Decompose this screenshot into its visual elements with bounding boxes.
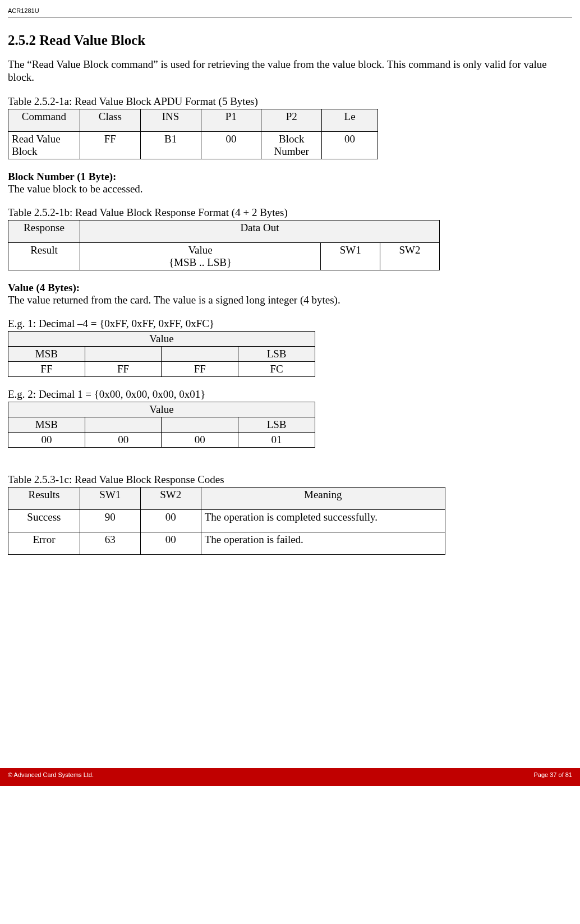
block-number-label: Block Number (1 Byte): (8, 171, 572, 183)
example1-caption: E.g. 1: Decimal –4 = {0xFF, 0xFF, 0xFF, … (8, 318, 572, 330)
header-product: ACR1281U (8, 7, 39, 14)
value-line1: Value (84, 244, 317, 256)
section-number: 2.5.2 (8, 33, 36, 48)
section-title: 2.5.2 Read Value Block (8, 33, 572, 48)
table2-caption: Table 2.5.2-1b: Read Value Block Respons… (8, 206, 572, 219)
table-cell: LSB (238, 417, 315, 432)
table-header-cell: Value (8, 331, 315, 346)
table-header-cell: Class (80, 109, 140, 131)
table-row: Command Class INS P1 P2 Le (8, 109, 378, 131)
table1-caption: Table 2.5.2-1a: Read Value Block APDU Fo… (8, 95, 572, 108)
table-header-cell: Meaning (201, 487, 445, 509)
table-cell: Read Value Block (8, 131, 80, 159)
example2-caption: E.g. 2: Decimal 1 = {0x00, 0x00, 0x00, 0… (8, 388, 572, 401)
table-cell: B1 (140, 131, 201, 159)
table-row: 00 00 00 01 (8, 432, 315, 447)
table-cell (162, 346, 238, 361)
table-row: Result Value {MSB .. LSB} SW1 SW2 (8, 242, 440, 270)
intro-paragraph: The “Read Value Block command” is used f… (8, 58, 572, 84)
document-footer: © Advanced Card Systems Ltd. Page 37 of … (0, 768, 580, 786)
table-cell: 00 (8, 432, 85, 447)
block-number-section: Block Number (1 Byte): The value block t… (8, 171, 572, 195)
table-header-cell: SW1 (80, 487, 140, 509)
table-cell: 00 (140, 532, 201, 554)
example1-table: Value MSB LSB FF FF FF FC (8, 331, 315, 377)
table-cell: FF (162, 361, 238, 376)
block-number-desc: The value block to be accessed. (8, 183, 572, 195)
table-cell (85, 417, 162, 432)
example2-table: Value MSB LSB 00 00 00 01 (8, 402, 315, 448)
table-cell: FC (238, 361, 315, 376)
table-cell: 00 (322, 131, 378, 159)
table-cell: Block Number (261, 131, 322, 159)
table-cell: Result (8, 242, 80, 270)
table-header-cell: Le (322, 109, 378, 131)
table3: Results SW1 SW2 Meaning Success 90 00 Th… (8, 487, 445, 555)
value-line2: {MSB .. LSB} (84, 256, 317, 269)
table-header-cell: SW2 (140, 487, 201, 509)
table-cell: SW2 (380, 242, 440, 270)
table-cell: 63 (80, 532, 140, 554)
table-cell (85, 346, 162, 361)
table-cell: FF (8, 361, 85, 376)
table-cell: MSB (8, 346, 85, 361)
table-cell: Success (8, 509, 80, 532)
table-cell: 00 (140, 509, 201, 532)
table-header-cell: INS (140, 109, 201, 131)
table-cell: The operation is completed successfully. (201, 509, 445, 532)
table3-caption: Table 2.5.3-1c: Read Value Block Respons… (8, 474, 572, 486)
table-cell: FF (80, 131, 140, 159)
document-header: ACR1281U (0, 0, 580, 19)
table-cell: Value {MSB .. LSB} (80, 242, 320, 270)
table-cell: LSB (238, 346, 315, 361)
value-desc: The value returned from the card. The va… (8, 294, 572, 306)
table2: Response Data Out Result Value {MSB .. L… (8, 220, 440, 270)
table-cell: SW1 (321, 242, 380, 270)
table-cell: FF (85, 361, 162, 376)
table-row: Value (8, 331, 315, 346)
footer-copyright: © Advanced Card Systems Ltd. (8, 771, 94, 778)
footer-page: Page 37 of 81 (533, 771, 572, 778)
table-row: FF FF FF FC (8, 361, 315, 376)
table-cell: The operation is failed. (201, 532, 445, 554)
table1: Command Class INS P1 P2 Le Read Value Bl… (8, 109, 378, 159)
table-header-cell: P1 (201, 109, 261, 131)
table-header-cell: P2 (261, 109, 322, 131)
table-cell: MSB (8, 417, 85, 432)
table-cell: Error (8, 532, 80, 554)
table-row: Read Value Block FF B1 00 Block Number 0… (8, 131, 378, 159)
table-row: MSB LSB (8, 417, 315, 432)
table-row: Response Data Out (8, 220, 440, 242)
table-row: Results SW1 SW2 Meaning (8, 487, 445, 509)
header-divider (8, 17, 572, 17)
table-header-cell: Command (8, 109, 80, 131)
table-row: Error 63 00 The operation is failed. (8, 532, 445, 554)
value-label: Value (4 Bytes): (8, 282, 572, 294)
document-content: 2.5.2 Read Value Block The “Read Value B… (0, 19, 580, 560)
table-row: MSB LSB (8, 346, 315, 361)
section-title-text: Read Value Block (39, 33, 145, 48)
table-header-cell: Response (8, 220, 80, 242)
table-header-cell: Results (8, 487, 80, 509)
value-section: Value (4 Bytes): The value returned from… (8, 282, 572, 306)
table-header-cell: Data Out (80, 220, 439, 242)
table-cell: 00 (162, 432, 238, 447)
table-cell: 90 (80, 509, 140, 532)
table-row: Value (8, 402, 315, 417)
table-cell: 01 (238, 432, 315, 447)
table-header-cell: Value (8, 402, 315, 417)
table-cell (162, 417, 238, 432)
table-cell: 00 (85, 432, 162, 447)
table-row: Success 90 00 The operation is completed… (8, 509, 445, 532)
table-cell: 00 (201, 131, 261, 159)
